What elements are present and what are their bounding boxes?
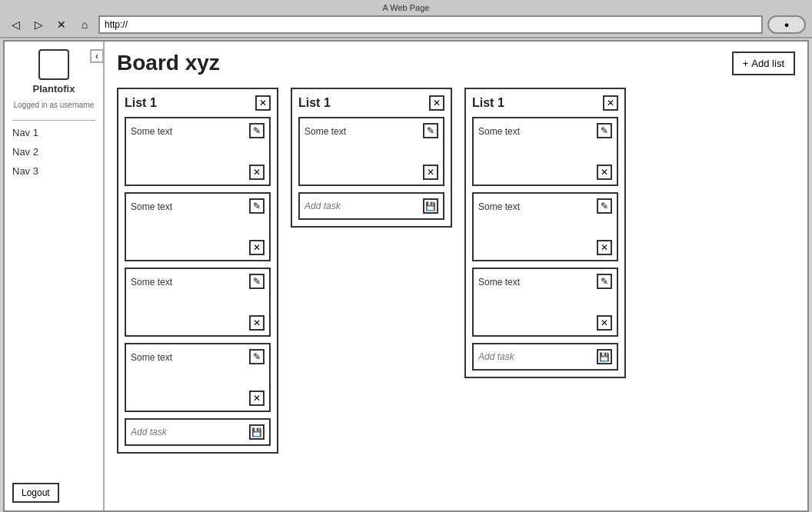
back-button[interactable]: ◁	[6, 15, 25, 34]
add-task-row-1: 💾	[125, 418, 271, 446]
add-task-row-2: 💾	[298, 192, 444, 220]
task-card-bottom: ✕	[478, 315, 612, 331]
sidebar-item-nav2[interactable]: Nav 2	[12, 145, 95, 159]
task-text: Some text	[131, 349, 249, 363]
board-title: Board xyz	[117, 51, 220, 75]
main-header: Board xyz + Add list	[117, 51, 795, 75]
task-card-bottom: ✕	[131, 315, 265, 331]
list-header-2: List 1 ✕	[298, 95, 444, 111]
task-text: Some text	[131, 198, 249, 212]
task-card-top: Some text ✎	[131, 274, 265, 312]
close-button[interactable]: ✕	[52, 15, 71, 34]
task-card-bottom: ✕	[304, 165, 438, 180]
list-title-1: List 1	[125, 96, 157, 110]
task-card-bottom: ✕	[478, 165, 612, 180]
task-card-bottom: ✕	[131, 240, 265, 255]
board-lists: List 1 ✕ Some text ✎ ✕ Some text ✎	[117, 88, 795, 501]
sidebar-toggle[interactable]: ‹	[90, 49, 104, 63]
add-list-button[interactable]: + Add list	[732, 52, 795, 75]
logo-box	[38, 49, 69, 80]
task-edit-btn[interactable]: ✎	[249, 349, 265, 364]
task-card-top: Some text ✎	[131, 198, 265, 237]
task-card: Some text ✎ ✕	[125, 343, 271, 412]
task-card-top: Some text ✎	[478, 274, 612, 312]
list-close-btn-3[interactable]: ✕	[603, 95, 618, 111]
sidebar-divider	[12, 120, 95, 121]
add-task-input-1[interactable]	[131, 427, 249, 437]
app-container: ‹ Plantofix Logged in as username Nav 1 …	[3, 40, 809, 512]
task-card-bottom: ✕	[131, 165, 265, 180]
task-card: Some text ✎ ✕	[298, 117, 444, 186]
sidebar-user: Logged in as username	[12, 101, 95, 109]
task-card-top: Some text ✎	[131, 349, 265, 387]
task-delete-btn[interactable]: ✕	[597, 315, 612, 331]
add-task-input-2[interactable]	[304, 201, 423, 211]
forward-button[interactable]: ▷	[29, 15, 48, 34]
task-edit-btn[interactable]: ✎	[597, 274, 612, 289]
task-card-top: Some text ✎	[478, 198, 612, 237]
list-column-2: List 1 ✕ Some text ✎ ✕ 💾	[291, 88, 452, 228]
task-text: Some text	[304, 123, 423, 137]
task-card-top: Some text ✎	[478, 123, 612, 161]
task-card: Some text ✎ ✕	[472, 268, 618, 337]
sidebar-logo: Plantofix	[12, 49, 95, 95]
task-delete-btn[interactable]: ✕	[249, 315, 265, 331]
task-edit-btn[interactable]: ✎	[249, 123, 265, 138]
logout-button[interactable]: Logout	[12, 483, 59, 503]
list-column-1: List 1 ✕ Some text ✎ ✕ Some text ✎	[117, 88, 278, 454]
plus-icon: +	[743, 58, 749, 69]
sidebar-item-nav3[interactable]: Nav 3	[12, 164, 95, 178]
list-title-2: List 1	[298, 96, 331, 110]
task-edit-btn[interactable]: ✎	[423, 123, 438, 138]
task-card: Some text ✎ ✕	[125, 192, 271, 261]
list-close-btn-1[interactable]: ✕	[255, 95, 271, 111]
browser-toolbar: ◁ ▷ ✕ ⌂ ●	[6, 15, 806, 34]
sidebar-item-nav1[interactable]: Nav 1	[12, 125, 95, 140]
save-task-btn-2[interactable]: 💾	[423, 198, 438, 214]
task-edit-btn[interactable]: ✎	[249, 198, 265, 214]
task-card-top: Some text ✎	[304, 123, 438, 161]
sidebar-nav: Nav 1 Nav 2 Nav 3	[12, 125, 95, 477]
browser-chrome: A Web Page ◁ ▷ ✕ ⌂ ●	[0, 0, 812, 38]
list-close-btn-2[interactable]: ✕	[429, 95, 444, 111]
app-name: Plantofix	[33, 83, 75, 95]
task-edit-btn[interactable]: ✎	[597, 123, 612, 138]
add-task-row-3: 💾	[472, 343, 618, 371]
task-delete-btn[interactable]: ✕	[249, 165, 265, 180]
address-bar[interactable]	[98, 15, 763, 34]
task-delete-btn[interactable]: ✕	[249, 391, 265, 406]
list-header-1: List 1 ✕	[125, 95, 271, 111]
list-header-3: List 1 ✕	[472, 95, 618, 111]
browser-title: A Web Page	[6, 3, 806, 12]
task-text: Some text	[131, 274, 249, 288]
main-content: Board xyz + Add list List 1 ✕ Some text …	[105, 42, 807, 510]
task-card: Some text ✎ ✕	[125, 268, 271, 337]
task-edit-btn[interactable]: ✎	[597, 198, 612, 214]
task-delete-btn[interactable]: ✕	[423, 165, 438, 180]
task-delete-btn[interactable]: ✕	[249, 240, 265, 255]
task-delete-btn[interactable]: ✕	[597, 165, 612, 180]
task-delete-btn[interactable]: ✕	[597, 240, 612, 255]
home-button[interactable]: ⌂	[75, 15, 94, 34]
search-button[interactable]: ●	[767, 15, 806, 34]
task-edit-btn[interactable]: ✎	[249, 274, 265, 289]
task-card-bottom: ✕	[478, 240, 612, 255]
task-text: Some text	[131, 123, 249, 137]
list-title-3: List 1	[472, 96, 504, 110]
save-task-btn-3[interactable]: 💾	[597, 349, 612, 364]
task-card: Some text ✎ ✕	[472, 117, 618, 186]
task-card: Some text ✎ ✕	[125, 117, 271, 186]
task-text: Some text	[478, 274, 597, 288]
list-column-3: List 1 ✕ Some text ✎ ✕ Some text ✎	[464, 88, 626, 378]
add-list-label: Add list	[751, 58, 784, 69]
task-card: Some text ✎ ✕	[472, 192, 618, 261]
sidebar: ‹ Plantofix Logged in as username Nav 1 …	[5, 42, 105, 510]
task-card-top: Some text ✎	[131, 123, 265, 161]
task-card-bottom: ✕	[131, 391, 265, 406]
save-task-btn-1[interactable]: 💾	[249, 424, 265, 440]
task-text: Some text	[478, 123, 597, 137]
task-text: Some text	[478, 198, 597, 212]
add-task-input-3[interactable]	[478, 351, 597, 362]
